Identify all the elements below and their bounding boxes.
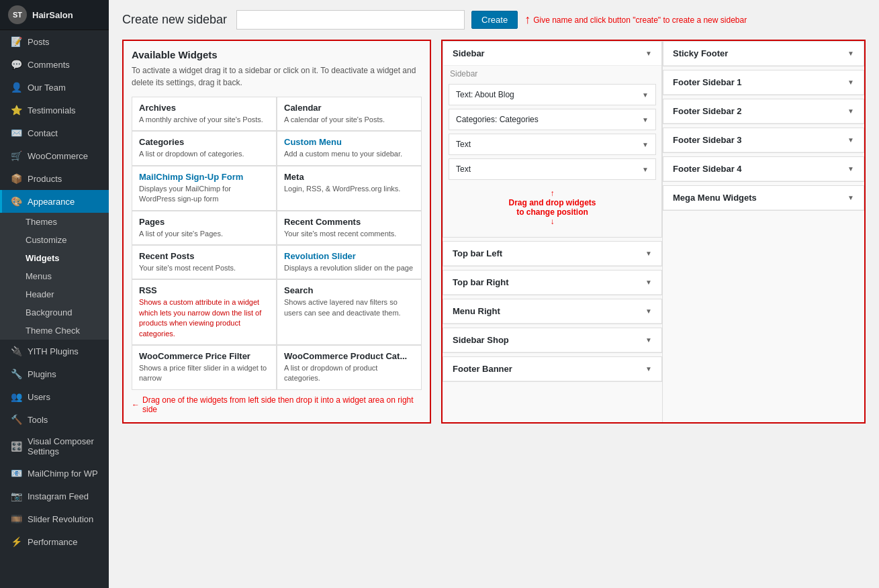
sidebar-area-header-sidebar-main[interactable]: Sidebar▼ <box>443 42 661 66</box>
area-arrow-top-bar-right: ▼ <box>645 279 652 286</box>
sidebar-area-sticky-footer: Sticky Footer▼ <box>663 41 864 66</box>
submenu-item-background[interactable]: Background <box>0 303 109 322</box>
appearance-icon: 🎨 <box>10 195 22 207</box>
sidebar-area-header-top-bar-right[interactable]: Top bar Right▼ <box>443 271 661 295</box>
submenu-item-themes[interactable]: Themes <box>0 213 109 231</box>
sidebar-area-header-footer-sidebar-2[interactable]: Footer Sidebar 2▼ <box>663 99 864 124</box>
widget-title-pages: Pages <box>139 217 269 227</box>
widget-pages[interactable]: PagesA list of your site's Pages. <box>132 211 277 245</box>
sidebar-item-slider-revolution[interactable]: 🎞️Slider Revolution <box>0 507 109 530</box>
area-title-sidebar-main: Sidebar <box>453 48 485 58</box>
sidebar-area-header-footer-sidebar-4[interactable]: Footer Sidebar 4▼ <box>663 157 864 181</box>
widget-title-woo-product-cat: WooCommerce Product Cat... <box>284 351 414 361</box>
widget-custom-menu[interactable]: Custom MenuAdd a custom menu to your sid… <box>277 131 422 165</box>
widget-slot-text2[interactable]: Text▼ <box>449 158 656 180</box>
right-sidebar-column: Sticky Footer▼Footer Sidebar 1▼Footer Si… <box>663 41 864 422</box>
plugins-icon: 🔧 <box>10 368 22 380</box>
widget-recent-comments[interactable]: Recent CommentsYour site's most recent c… <box>277 211 422 245</box>
sidebar-area-header-footer-banner[interactable]: Footer Banner▼ <box>443 357 661 381</box>
widget-title-meta: Meta <box>284 172 414 182</box>
submenu-item-header[interactable]: Header <box>0 285 109 303</box>
widget-desc-calendar: A calendar of your site's Posts. <box>284 115 414 125</box>
instagram-icon: 📷 <box>10 490 22 502</box>
sidebar-areas-panel: Sidebar▼SidebarText: About Blog▼Categori… <box>441 40 866 424</box>
sidebar-area-header-sticky-footer[interactable]: Sticky Footer▼ <box>663 42 864 66</box>
widget-meta[interactable]: MetaLogin, RSS, & WordPress.org links. <box>277 166 422 211</box>
sidebar-area-sidebar-main: Sidebar▼SidebarText: About Blog▼Categori… <box>443 41 662 238</box>
create-hint: ↑ Give name and click button "create" to… <box>524 13 747 27</box>
area-arrow-footer-sidebar-4: ▼ <box>847 165 854 173</box>
area-arrow-footer-sidebar-1: ▼ <box>847 79 854 86</box>
submenu-item-theme-check[interactable]: Theme Check <box>0 322 109 340</box>
sidebar-item-instagram[interactable]: 📷Instagram Feed <box>0 485 109 507</box>
page-header: Create new sidebar Create ↑ Give name an… <box>122 10 866 30</box>
area-arrow-top-bar-left: ▼ <box>645 250 652 257</box>
yith-plugins-icon: 🔌 <box>10 345 22 357</box>
widget-title-rss: RSS <box>139 285 269 295</box>
widget-mailchimp-form[interactable]: MailChimp Sign-Up FormDisplays your Mail… <box>132 166 277 211</box>
sidebar-item-our-team[interactable]: 👤Our Team <box>0 76 109 99</box>
widget-calendar[interactable]: CalendarA calendar of your site's Posts. <box>277 97 422 131</box>
submenu-item-customize[interactable]: Customize <box>0 231 109 249</box>
sidebar-item-woocommerce[interactable]: 🛒WooCommerce <box>0 144 109 167</box>
sidebar-item-testimonials[interactable]: ⭐Testimonials <box>0 99 109 121</box>
sidebar-area-header-menu-right[interactable]: Menu Right▼ <box>443 299 661 324</box>
widget-categories[interactable]: CategoriesA list or dropdown of categori… <box>132 131 277 165</box>
sidebar-area-header-sidebar-shop[interactable]: Sidebar Shop▼ <box>443 328 661 352</box>
sidebar-area-header-mega-menu-widgets[interactable]: Mega Menu Widgets▼ <box>663 186 864 210</box>
area-arrow-mega-menu-widgets: ▼ <box>847 194 854 201</box>
area-arrow-menu-right: ▼ <box>645 307 652 315</box>
widget-recent-posts[interactable]: Recent PostsYour site's most recent Post… <box>132 245 277 279</box>
sidebar-area-header-top-bar-left[interactable]: Top bar Left▼ <box>443 242 661 266</box>
area-title-footer-sidebar-4: Footer Sidebar 4 <box>673 164 742 174</box>
widget-revolution-slider[interactable]: Revolution SliderDisplays a revolution s… <box>277 245 422 279</box>
sidebar-item-contact[interactable]: ✉️Contact <box>0 121 109 144</box>
create-button[interactable]: Create <box>471 11 518 29</box>
widget-search[interactable]: SearchShows active layered nav filters s… <box>277 279 422 345</box>
area-arrow-footer-sidebar-2: ▼ <box>847 107 854 115</box>
widget-desc-categories: A list or dropdown of categories. <box>139 149 269 159</box>
widget-rss[interactable]: RSSShows a custom attribute in a widget … <box>132 279 277 345</box>
widget-slot-text1[interactable]: Text▼ <box>449 134 656 155</box>
widget-desc-mailchimp-form: Displays your MailChimp for WordPress si… <box>139 184 269 205</box>
widget-slot-categories[interactable]: Categories: Categories▼ <box>449 109 656 130</box>
sidebar-area-sidebar-shop: Sidebar Shop▼ <box>443 328 662 353</box>
appearance-submenu: ThemesCustomizeWidgetsMenusHeaderBackgro… <box>0 213 109 340</box>
sidebar-item-products[interactable]: 📦Products <box>0 167 109 190</box>
tools-icon: 🔨 <box>10 413 22 426</box>
sidebar-item-posts[interactable]: 📝Posts <box>0 30 109 53</box>
slot-title-text1: Text <box>456 140 471 149</box>
products-icon: 📦 <box>10 173 22 185</box>
widget-slot-text-about[interactable]: Text: About Blog▼ <box>449 84 656 105</box>
area-arrow-footer-sidebar-3: ▼ <box>847 136 854 144</box>
logo-icon: ST <box>8 5 27 24</box>
sidebar-item-users[interactable]: 👥Users <box>0 385 109 408</box>
submenu-item-widgets[interactable]: Widgets <box>0 249 109 267</box>
sidebar-item-plugins[interactable]: 🔧Plugins <box>0 362 109 385</box>
sidebar-item-visual-composer[interactable]: 🎛️Visual Composer Settings <box>0 431 109 462</box>
slider-revolution-icon: 🎞️ <box>10 513 22 525</box>
sidebar-item-yith-plugins[interactable]: 🔌YITH Plugins <box>0 340 109 362</box>
widget-woo-price-filter[interactable]: WooCommerce Price FilterShows a price fi… <box>132 345 277 390</box>
widget-title-search: Search <box>284 285 414 295</box>
slot-title-categories: Categories: Categories <box>456 115 539 124</box>
sidebar-item-label: Plugins <box>28 369 56 379</box>
sidebar-nav: 📝Posts💬Comments👤Our Team⭐Testimonials✉️C… <box>0 30 109 553</box>
area-arrow-sidebar-main: ▼ <box>645 50 652 57</box>
sidebar-item-performance[interactable]: ⚡Performance <box>0 530 109 553</box>
sidebar-item-tools[interactable]: 🔨Tools <box>0 408 109 431</box>
submenu-item-menus[interactable]: Menus <box>0 267 109 285</box>
sidebar-item-appearance[interactable]: 🎨Appearance <box>0 190 109 213</box>
sidebar-item-comments[interactable]: 💬Comments <box>0 53 109 76</box>
widget-title-woo-price-filter: WooCommerce Price Filter <box>139 351 269 361</box>
widget-archives[interactable]: ArchivesA monthly archive of your site's… <box>132 97 277 131</box>
area-arrow-sidebar-shop: ▼ <box>645 336 652 344</box>
widget-woo-product-cat[interactable]: WooCommerce Product Cat...A list or drop… <box>277 345 422 390</box>
sidebar-area-header-footer-sidebar-1[interactable]: Footer Sidebar 1▼ <box>663 70 864 95</box>
sidebar-area-header-footer-sidebar-3[interactable]: Footer Sidebar 3▼ <box>663 128 864 152</box>
sidebar-item-label: Users <box>28 392 50 402</box>
sidebar-item-label: MailChimp for WP <box>28 469 98 479</box>
sidebar-name-input[interactable] <box>236 10 465 30</box>
site-name: HairSalon <box>32 10 73 20</box>
sidebar-item-mailchimp[interactable]: 📧MailChimp for WP <box>0 462 109 485</box>
